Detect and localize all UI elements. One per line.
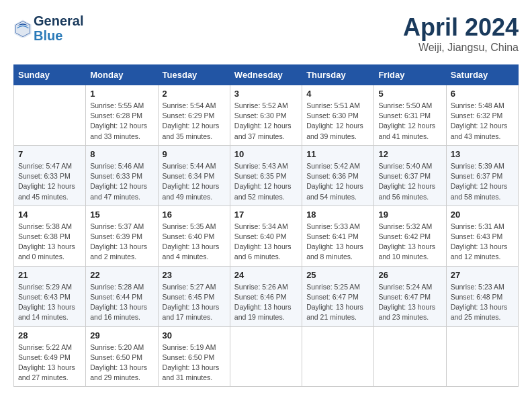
sunset-label: Sunset: 6:46 PM [234,293,287,301]
day-number: 4 [306,89,369,99]
sunset-label: Sunset: 6:40 PM [234,232,287,240]
daylight-label: Daylight: 13 hours and 4 minutes. [163,242,220,261]
weekday-header-saturday: Saturday [446,65,518,85]
sunset-label: Sunset: 6:34 PM [163,172,215,180]
day-number: 27 [451,270,514,280]
sunset-label: Sunset: 6:37 PM [378,172,431,180]
day-number: 24 [234,270,298,280]
day-number: 15 [90,210,153,220]
cell-info: Sunrise: 5:54 AM Sunset: 6:29 PM Dayligh… [163,101,226,142]
cell-info: Sunrise: 5:25 AM Sunset: 6:47 PM Dayligh… [306,282,369,323]
sunrise-label: Sunrise: 5:22 AM [18,343,72,351]
day-number: 18 [306,210,369,220]
calendar-cell: 15 Sunrise: 5:37 AM Sunset: 6:39 PM Dayl… [86,205,158,266]
sunrise-label: Sunrise: 5:20 AM [90,343,144,351]
sunset-label: Sunset: 6:43 PM [451,232,503,240]
sunrise-label: Sunrise: 5:52 AM [234,101,288,109]
sunset-label: Sunset: 6:31 PM [378,111,431,120]
calendar-cell: 3 Sunrise: 5:52 AM Sunset: 6:30 PM Dayli… [230,85,302,146]
sunset-label: Sunset: 6:50 PM [90,353,142,361]
daylight-label: Daylight: 12 hours and 45 minutes. [18,182,75,200]
sunset-label: Sunset: 6:44 PM [90,293,142,301]
day-number: 20 [451,210,514,220]
daylight-label: Daylight: 13 hours and 17 minutes. [163,303,220,321]
sunrise-label: Sunrise: 5:33 AM [306,222,360,230]
day-number: 25 [306,270,369,280]
sunrise-label: Sunrise: 5:51 AM [306,101,360,109]
day-number: 5 [378,89,441,99]
logo: General Blue [13,13,83,43]
sunset-label: Sunset: 6:33 PM [18,172,71,180]
calendar-cell: 8 Sunrise: 5:46 AM Sunset: 6:33 PM Dayli… [86,145,158,205]
weekday-header-thursday: Thursday [302,65,374,85]
day-number: 21 [18,270,81,280]
sunrise-label: Sunrise: 5:27 AM [163,283,216,291]
sunrise-label: Sunrise: 5:25 AM [306,283,360,291]
calendar-week-row: 21 Sunrise: 5:29 AM Sunset: 6:43 PM Dayl… [14,266,519,326]
sunset-label: Sunset: 6:39 PM [90,232,142,240]
calendar-cell: 21 Sunrise: 5:29 AM Sunset: 6:43 PM Dayl… [14,266,86,326]
calendar-cell: 6 Sunrise: 5:48 AM Sunset: 6:32 PM Dayli… [446,85,518,146]
calendar-cell: 23 Sunrise: 5:27 AM Sunset: 6:45 PM Dayl… [158,266,230,326]
sunset-label: Sunset: 6:40 PM [163,232,215,240]
daylight-label: Daylight: 13 hours and 19 minutes. [234,303,292,321]
day-number: 6 [451,89,514,99]
cell-info: Sunrise: 5:37 AM Sunset: 6:39 PM Dayligh… [90,222,153,263]
day-number: 16 [163,210,226,220]
calendar-cell [446,326,518,387]
sunrise-label: Sunrise: 5:24 AM [378,283,432,291]
cell-info: Sunrise: 5:48 AM Sunset: 6:32 PM Dayligh… [451,101,514,142]
cell-info: Sunrise: 5:23 AM Sunset: 6:48 PM Dayligh… [451,282,514,323]
title-block: April 2024 Weiji, Jiangsu, China [403,13,519,54]
logo-text: General Blue [34,13,83,43]
sunrise-label: Sunrise: 5:40 AM [378,162,432,170]
calendar-cell: 30 Sunrise: 5:19 AM Sunset: 6:50 PM Dayl… [158,326,230,387]
sunrise-label: Sunrise: 5:55 AM [90,101,144,109]
cell-info: Sunrise: 5:55 AM Sunset: 6:28 PM Dayligh… [90,101,153,142]
daylight-label: Daylight: 13 hours and 21 minutes. [306,303,363,321]
sunset-label: Sunset: 6:41 PM [306,232,359,240]
cell-info: Sunrise: 5:50 AM Sunset: 6:31 PM Dayligh… [378,101,441,142]
daylight-label: Daylight: 12 hours and 52 minutes. [234,182,292,200]
weekday-header-monday: Monday [86,65,158,85]
calendar-cell: 1 Sunrise: 5:55 AM Sunset: 6:28 PM Dayli… [86,85,158,146]
daylight-label: Daylight: 13 hours and 27 minutes. [18,363,75,381]
daylight-label: Daylight: 13 hours and 10 minutes. [378,242,435,261]
calendar-cell: 26 Sunrise: 5:24 AM Sunset: 6:47 PM Dayl… [374,266,446,326]
sunrise-label: Sunrise: 5:37 AM [90,222,144,230]
calendar-cell: 14 Sunrise: 5:38 AM Sunset: 6:38 PM Dayl… [14,205,86,266]
cell-info: Sunrise: 5:28 AM Sunset: 6:44 PM Dayligh… [90,282,153,323]
daylight-label: Daylight: 12 hours and 43 minutes. [451,122,508,140]
calendar-cell: 19 Sunrise: 5:32 AM Sunset: 6:42 PM Dayl… [374,205,446,266]
day-number: 19 [378,210,441,220]
calendar-week-row: 1 Sunrise: 5:55 AM Sunset: 6:28 PM Dayli… [14,85,519,146]
calendar-cell: 28 Sunrise: 5:22 AM Sunset: 6:49 PM Dayl… [14,326,86,387]
weekday-header-friday: Friday [374,65,446,85]
calendar-cell: 12 Sunrise: 5:40 AM Sunset: 6:37 PM Dayl… [374,145,446,205]
sunrise-label: Sunrise: 5:44 AM [163,162,216,170]
sunset-label: Sunset: 6:38 PM [18,232,71,240]
day-number: 8 [90,149,153,159]
calendar-cell: 18 Sunrise: 5:33 AM Sunset: 6:41 PM Dayl… [302,205,374,266]
daylight-label: Daylight: 13 hours and 0 minutes. [18,242,75,261]
cell-info: Sunrise: 5:27 AM Sunset: 6:45 PM Dayligh… [163,282,226,323]
calendar-cell [230,326,302,387]
calendar-week-row: 14 Sunrise: 5:38 AM Sunset: 6:38 PM Dayl… [14,205,519,266]
calendar-cell: 25 Sunrise: 5:25 AM Sunset: 6:47 PM Dayl… [302,266,374,326]
weekday-header-tuesday: Tuesday [158,65,230,85]
sunset-label: Sunset: 6:50 PM [163,353,215,361]
daylight-label: Daylight: 13 hours and 25 minutes. [451,303,508,321]
svg-marker-0 [14,19,31,38]
sunrise-label: Sunrise: 5:43 AM [234,162,288,170]
daylight-label: Daylight: 12 hours and 47 minutes. [90,182,147,200]
sunrise-label: Sunrise: 5:50 AM [378,101,432,109]
daylight-label: Daylight: 13 hours and 6 minutes. [234,242,292,261]
cell-info: Sunrise: 5:52 AM Sunset: 6:30 PM Dayligh… [234,101,298,142]
cell-info: Sunrise: 5:24 AM Sunset: 6:47 PM Dayligh… [378,282,441,323]
calendar-cell: 7 Sunrise: 5:47 AM Sunset: 6:33 PM Dayli… [14,145,86,205]
daylight-label: Daylight: 12 hours and 37 minutes. [234,122,292,140]
location: Weiji, Jiangsu, China [403,42,519,54]
calendar-week-row: 7 Sunrise: 5:47 AM Sunset: 6:33 PM Dayli… [14,145,519,205]
calendar-cell [374,326,446,387]
daylight-label: Daylight: 12 hours and 39 minutes. [306,122,363,140]
